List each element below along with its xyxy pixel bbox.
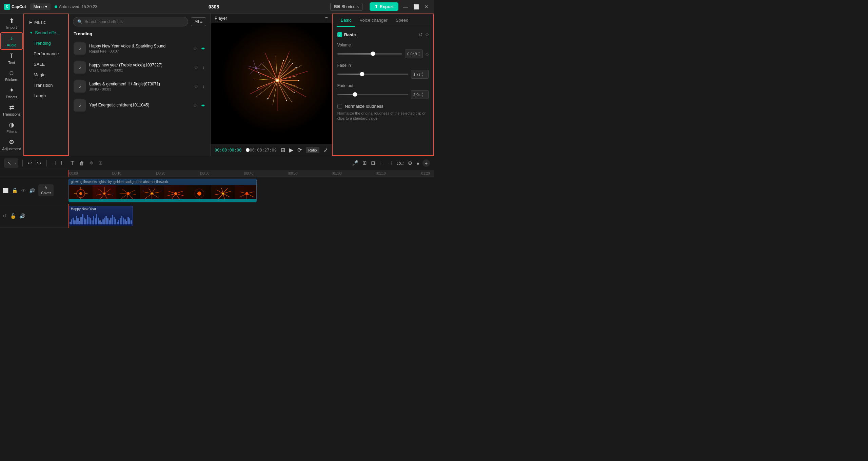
- sound-item-1[interactable]: ♪ Happy New Year Voice & Sparkling Sound…: [69, 39, 210, 58]
- zoom-in-button[interactable]: ⊕: [407, 159, 413, 167]
- sound-item-3[interactable]: ♪ Ladies & gentlemen! !! / Jingle(873071…: [69, 77, 210, 96]
- video-clip[interactable]: glowing fireworks lights sky. golden bac…: [68, 179, 257, 202]
- panel-item-sound-effects[interactable]: ▼ Sound effe...: [24, 27, 68, 38]
- sound-item-2[interactable]: ♪ happy new year (Treble voice)(1037327)…: [69, 58, 210, 77]
- sidebar-item-text[interactable]: T Text: [0, 51, 23, 67]
- stickers-icon: ☺: [8, 69, 15, 77]
- panel-item-magic[interactable]: Magic: [24, 69, 68, 80]
- freeze-button[interactable]: ❄: [88, 159, 95, 167]
- add-button-4[interactable]: +: [201, 101, 206, 110]
- fade-out-slider[interactable]: [337, 94, 408, 95]
- basic-checkbox[interactable]: ✓: [337, 32, 342, 37]
- search-input[interactable]: [84, 19, 183, 24]
- video-track-controls: ⬜ 🔓 👁 🔊 ✎ Cover: [0, 177, 68, 204]
- sidebar-item-import[interactable]: ⬆ Import: [0, 15, 23, 32]
- panel-item-sale[interactable]: SALE: [24, 59, 68, 69]
- audio-track-volume-button[interactable]: 🔊: [19, 213, 25, 219]
- sidebar-item-effects[interactable]: ✦ Effects: [0, 84, 23, 101]
- track-lock-button[interactable]: 🔓: [12, 188, 18, 193]
- ratio-button[interactable]: Ratio: [306, 147, 319, 153]
- tab-basic[interactable]: Basic: [337, 14, 356, 27]
- close-button[interactable]: ✕: [423, 3, 430, 10]
- fade-in-value: 1.7s ▲▼: [411, 70, 429, 79]
- menu-button[interactable]: Menu ▾: [30, 3, 51, 10]
- all-filter-button[interactable]: All ≡: [191, 17, 206, 26]
- wave-bar: [129, 218, 131, 224]
- select-tool-button[interactable]: ↖: [6, 159, 13, 167]
- sidebar-item-audio[interactable]: ♪ Audio: [0, 32, 23, 50]
- mic-button[interactable]: 🎤: [351, 159, 359, 167]
- maximize-button[interactable]: ⬜: [412, 3, 420, 10]
- undo-icon[interactable]: ↺: [419, 32, 423, 37]
- extract-button[interactable]: ⊤: [69, 159, 76, 167]
- loop-button[interactable]: ⟳: [297, 147, 302, 153]
- svg-line-23: [277, 80, 306, 97]
- grid-view-button[interactable]: ⊞: [281, 147, 285, 153]
- align-left-button[interactable]: ⊢: [378, 159, 385, 167]
- align-right-button[interactable]: ⊣: [387, 159, 393, 167]
- ruler-mark-40: |00:40: [244, 172, 254, 175]
- split-right-button[interactable]: ⊢: [60, 159, 66, 167]
- fireworks-svg: [211, 23, 332, 144]
- sidebar-item-stickers[interactable]: ☺ Stickers: [0, 67, 23, 84]
- download-button-2[interactable]: ↓: [202, 64, 205, 71]
- panel-item-trending[interactable]: Trending: [24, 38, 68, 48]
- add-button-1[interactable]: +: [201, 44, 206, 53]
- fade-in-slider[interactable]: [337, 74, 408, 75]
- volume-slider[interactable]: [337, 53, 402, 55]
- wave-bar: [131, 220, 132, 224]
- play-button[interactable]: ▶: [289, 147, 293, 153]
- sidebar-item-transitions[interactable]: ⇄ Transitions: [0, 102, 23, 118]
- sound-actions-1: ☆ +: [192, 44, 206, 53]
- panel-item-music[interactable]: ▶ Music: [24, 17, 68, 27]
- track-eye-button[interactable]: 👁: [21, 188, 26, 193]
- star-button-3[interactable]: ☆: [193, 83, 199, 90]
- minimize-button[interactable]: —: [402, 3, 409, 10]
- split-left-button[interactable]: ⊣: [51, 159, 57, 167]
- sound-actions-4: ☆ +: [192, 101, 206, 110]
- sound-item-4[interactable]: ♪ Yay! Energetic children(1011045) ☆ +: [69, 96, 210, 115]
- panel-item-performance[interactable]: Performance: [24, 48, 68, 59]
- add-track-button[interactable]: +: [422, 159, 430, 167]
- cover-button[interactable]: ✎ Cover: [38, 184, 54, 196]
- export-icon: ⬆: [374, 4, 378, 9]
- svg-line-5: [258, 80, 277, 88]
- track-audio-button[interactable]: 🔊: [29, 188, 35, 193]
- sound-title-1: Happy New Year Voice & Sparkling Sound: [89, 44, 189, 48]
- delete-button[interactable]: 🗑: [78, 159, 85, 167]
- redo-button[interactable]: ↪: [36, 159, 42, 167]
- export-button[interactable]: ⬆ Export: [370, 2, 398, 11]
- subtitle-button[interactable]: CC: [395, 159, 405, 167]
- panel-item-transition[interactable]: Transition: [24, 80, 68, 91]
- player-menu-icon[interactable]: ≡: [325, 16, 328, 21]
- zoom-out-button[interactable]: ●: [415, 159, 420, 167]
- normalize-checkbox[interactable]: [337, 104, 342, 109]
- svg-line-70: [152, 192, 160, 194]
- tab-voice-changer[interactable]: Voice changer: [355, 14, 391, 27]
- audio-clip[interactable]: Happy New Year: [68, 206, 133, 226]
- panel-item-laugh[interactable]: Laugh: [24, 91, 68, 101]
- volume-diamond[interactable]: ◇: [426, 52, 429, 56]
- audio-track-rotate-button[interactable]: ↺: [3, 213, 7, 219]
- svg-line-19: [261, 62, 277, 80]
- fullscreen-button[interactable]: ⤢: [323, 147, 328, 153]
- tab-speed[interactable]: Speed: [392, 14, 413, 27]
- audio-track-lock-button[interactable]: 🔓: [10, 213, 16, 219]
- link-button[interactable]: ⊞: [361, 159, 368, 167]
- star-button-1[interactable]: ☆: [192, 44, 198, 53]
- download-button-3[interactable]: ↓: [202, 83, 205, 90]
- star-button-2[interactable]: ☆: [193, 64, 199, 71]
- wave-bar: [109, 220, 110, 224]
- sidebar-item-adjustment[interactable]: ⚙ Adjustment: [0, 136, 23, 153]
- magnet-button[interactable]: ⊡: [370, 159, 376, 167]
- shortcuts-button[interactable]: ⌨ Shortcuts: [330, 3, 362, 11]
- undo-button[interactable]: ↩: [27, 159, 33, 167]
- diamond-icon[interactable]: ◇: [426, 32, 429, 37]
- window-controls: — ⬜ ✕: [402, 3, 430, 10]
- crop-button[interactable]: ⊞: [97, 159, 104, 167]
- shortcuts-label: Shortcuts: [341, 4, 359, 9]
- track-screen-button[interactable]: ⬜: [3, 188, 8, 193]
- star-button-4[interactable]: ☆: [192, 101, 198, 110]
- player-canvas: [211, 23, 332, 144]
- sidebar-item-filters[interactable]: ◑ Filters: [0, 119, 23, 136]
